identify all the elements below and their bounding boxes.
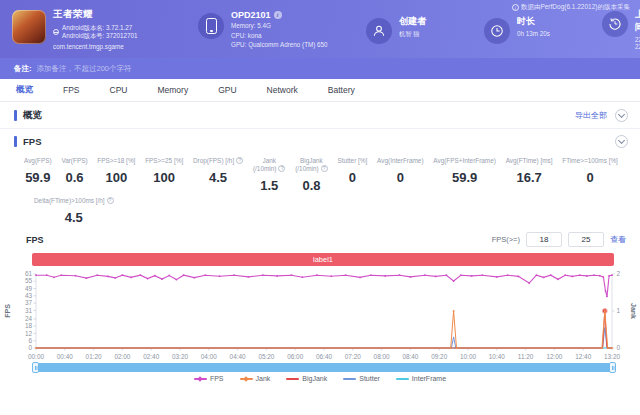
clock-icon (484, 18, 510, 44)
legend-label: BigJank (302, 375, 327, 382)
view-button[interactable]: 查看 (610, 234, 626, 245)
collapse-fps-button[interactable] (615, 135, 628, 148)
stat-value: 0.6 (61, 170, 87, 185)
tab-Memory[interactable]: Memory (157, 85, 188, 95)
creator-label: 创建者 (399, 15, 426, 28)
android-version-code: Android版本号: 372012701 (62, 32, 138, 40)
svg-text:05:20: 05:20 (258, 353, 274, 360)
svg-text:07:20: 07:20 (345, 353, 361, 360)
help-icon[interactable]: ? (236, 157, 243, 164)
app-icon (12, 10, 46, 44)
fps-threshold-low-input[interactable] (526, 232, 562, 247)
legend-label: InterFrame (412, 375, 446, 382)
stat-value: 0 (562, 170, 618, 185)
legend-item-bigjank[interactable]: BigJank (286, 375, 327, 382)
svg-text:Jank: Jank (630, 303, 637, 319)
stat-avg-ftime-ms-: Avg(FTime) [ms]16.7 (506, 157, 553, 195)
collapse-overview-button[interactable] (615, 109, 628, 122)
stat-label: Jank(/10min)? (253, 157, 285, 173)
svg-text:02:00: 02:00 (114, 353, 130, 360)
remark-input[interactable]: 备注: 添加备注，不超过200个字符 (0, 58, 640, 79)
stat-value: 4.5 (34, 210, 114, 225)
stat-label: Delta(FTime)>100ms [/h]? (34, 197, 114, 205)
duration-value: 0h 13m 20s (517, 30, 550, 37)
svg-text:FPS: FPS (4, 304, 11, 318)
svg-text:0: 0 (28, 344, 32, 351)
device-memory: Memory: 5.4G (231, 22, 328, 29)
stat-fps-18-: FPS>=18 [%]100 (97, 157, 135, 195)
creator-value: 机智 猫 (399, 30, 426, 39)
fps-chart-title: FPS (26, 235, 44, 245)
legend-marker (240, 378, 253, 380)
tab-CPU[interactable]: CPU (110, 85, 128, 95)
tab-Network[interactable]: Network (267, 85, 298, 95)
svg-text:02:40: 02:40 (143, 353, 159, 360)
stat-value: 59.9 (433, 170, 496, 185)
svg-text:18: 18 (25, 322, 33, 329)
app-name: 王者荣耀 (53, 8, 138, 21)
svg-text:12:40: 12:40 (575, 353, 591, 360)
legend-item-stutter[interactable]: Stutter (343, 375, 380, 382)
svg-text:55: 55 (25, 277, 33, 284)
chart-scrollbar[interactable] (34, 363, 614, 372)
stat-var-fps-: Var(FPS)0.6 (61, 157, 87, 195)
stat-fps-25-: FPS>=25 [%]100 (145, 157, 183, 195)
history-icon (602, 11, 628, 37)
annotation-label: label1 (313, 255, 333, 264)
collect-note: i 数据由PerfDog(6.1.22012)的版本采集 (512, 3, 630, 12)
fps-chart-header: FPS FPS(>=) 查看 (0, 229, 640, 250)
help-icon[interactable]: ? (278, 165, 285, 172)
stat-value: 100 (145, 170, 183, 185)
help-icon[interactable]: ? (107, 197, 114, 204)
svg-text:6: 6 (28, 337, 32, 344)
help-icon[interactable]: ? (321, 165, 328, 172)
fps-threshold-high-input[interactable] (568, 232, 604, 247)
svg-text:04:00: 04:00 (201, 353, 217, 360)
stat-value: 1.5 (253, 178, 285, 193)
svg-text:08:00: 08:00 (374, 353, 390, 360)
duration-block: 时长 0h 13m 20s (484, 15, 602, 44)
device-block: OPD2101 i Memory: 5.4G CPU: kona GPU: Qu… (198, 10, 366, 49)
tab-GPU[interactable]: GPU (218, 85, 236, 95)
svg-text:08:40: 08:40 (402, 353, 418, 360)
stat-label: Avg(FPS) (24, 157, 52, 165)
scrollbar-track[interactable] (34, 363, 614, 372)
svg-text:06:40: 06:40 (316, 353, 332, 360)
app-package: com.tencent.tmgp.sgame (53, 43, 138, 50)
export-all-link[interactable]: 导出全部 (575, 110, 607, 121)
scrollbar-right-handle[interactable] (609, 362, 616, 373)
fps-card-title: FPS (23, 136, 41, 147)
annotation-banner: label1 (32, 253, 614, 266)
stat-drop-fps-h-: Drop(FPS) [/h]?4.5 (193, 157, 243, 195)
stat-value: 16.7 (506, 170, 553, 185)
device-info-icon[interactable]: i (274, 11, 282, 19)
tab-FPS[interactable]: FPS (63, 85, 80, 95)
svg-text:12:00: 12:00 (546, 353, 562, 360)
device-gpu: GPU: Qualcomm Adreno (TM) 650 (231, 41, 328, 48)
legend-item-jank[interactable]: Jank (240, 375, 271, 382)
fps-card-header: FPS (0, 129, 640, 153)
tab-概览[interactable]: 概览 (16, 84, 33, 96)
legend-item-fps[interactable]: FPS (194, 375, 224, 382)
svg-text:49: 49 (25, 285, 33, 292)
scrollbar-left-handle[interactable] (32, 362, 39, 373)
legend-marker (343, 378, 356, 380)
stat-label: Avg(InterFrame) (377, 157, 423, 165)
stat-value: 4.5 (193, 170, 243, 185)
stat-value: 59.9 (24, 170, 52, 185)
overview-header: 概览 导出全部 (0, 102, 640, 129)
svg-text:13:20: 13:20 (604, 353, 620, 360)
svg-text:37: 37 (25, 299, 33, 306)
stat-ftime-100ms-: FTime>=100ms [%]0 (562, 157, 618, 195)
stat-label: BigJank(/10min)? (295, 157, 327, 173)
svg-text:0: 0 (617, 344, 621, 351)
stat-label: FTime>=100ms [%] (562, 157, 618, 165)
stat-avg-fps-interframe-: Avg(FPS+InterFrame)59.9 (433, 157, 496, 195)
creator-icon (366, 18, 392, 44)
stat-value: 0 (377, 170, 423, 185)
legend-item-interframe[interactable]: InterFrame (396, 375, 446, 382)
svg-text:00:00: 00:00 (28, 353, 44, 360)
tab-Battery[interactable]: Battery (328, 85, 355, 95)
android-icon (53, 29, 59, 35)
stat-label: Avg(FPS+InterFrame) (433, 157, 496, 165)
